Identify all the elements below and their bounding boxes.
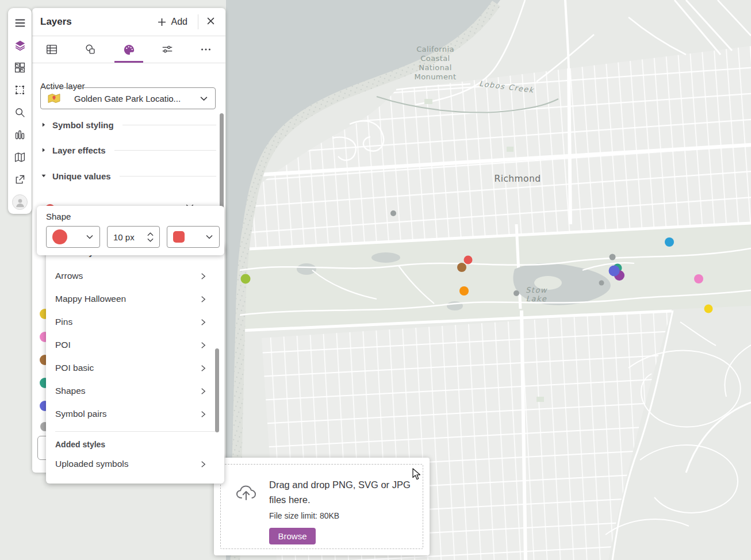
section-rule xyxy=(114,150,216,151)
active-layer-value: Golden Gate Park Locatio... xyxy=(66,94,194,103)
section-symbol-styling[interactable]: Symbol styling xyxy=(40,116,216,133)
header-divider xyxy=(198,14,198,29)
charts-icon[interactable] xyxy=(8,124,32,146)
section-label: Symbol styling xyxy=(52,120,114,130)
symbol-category-item[interactable]: Symbol pairs xyxy=(55,402,224,425)
map-point[interactable] xyxy=(459,286,469,296)
symbol-color-select[interactable] xyxy=(167,226,220,248)
shape-popup-title: Shape xyxy=(46,212,224,221)
panel-header: Layers Add xyxy=(32,8,225,36)
bookmarks-map-icon[interactable] xyxy=(8,146,32,168)
shapes-icon xyxy=(84,43,97,56)
caret-down-icon xyxy=(40,172,47,179)
map-point[interactable] xyxy=(390,210,396,216)
symbol-category-label: Mappy Halloween xyxy=(55,294,126,304)
symbol-category-item[interactable]: Arrows xyxy=(55,264,224,287)
uploaded-symbols-item[interactable]: Uploaded symbols xyxy=(55,451,224,477)
section-label: Layer effects xyxy=(52,145,106,155)
active-layer-select[interactable]: Golden Gate Park Locatio... xyxy=(40,87,216,109)
chevron-down-icon xyxy=(147,238,154,242)
shape-popup: Shape 10 px xyxy=(37,206,224,255)
chevron-right-icon xyxy=(200,319,207,326)
panel-tabs xyxy=(32,36,225,63)
close-panel-button[interactable] xyxy=(204,14,217,30)
symbol-category-item[interactable]: POI xyxy=(55,333,224,356)
panel-title: Layers xyxy=(40,16,153,28)
map-point[interactable] xyxy=(694,274,703,283)
caret-right-icon xyxy=(40,121,47,128)
avatar xyxy=(12,194,28,210)
chevron-down-icon xyxy=(200,94,208,103)
symbol-size-value: 10 px xyxy=(113,232,135,242)
uploaded-symbols-label: Uploaded symbols xyxy=(55,459,129,469)
chevron-right-icon xyxy=(200,296,207,303)
upload-line1: Drag and drop PNG, SVG or JPG xyxy=(269,480,411,490)
section-unique-values[interactable]: Unique values xyxy=(40,167,216,185)
dropdown-scrollbar[interactable] xyxy=(215,348,219,432)
map-point[interactable] xyxy=(610,254,616,260)
chevron-right-icon xyxy=(200,365,207,372)
section-rule xyxy=(120,176,216,177)
current-color-swatch xyxy=(173,231,185,243)
chevron-right-icon xyxy=(200,342,207,349)
caret-right-icon xyxy=(40,147,47,154)
menu-icon[interactable] xyxy=(8,11,32,34)
map-point[interactable] xyxy=(464,256,473,264)
plus-icon xyxy=(158,18,166,26)
search-icon[interactable] xyxy=(8,101,32,124)
chevron-right-icon xyxy=(200,461,207,468)
symbol-category-item[interactable]: Mappy Halloween xyxy=(55,287,224,310)
chevron-right-icon xyxy=(200,388,207,395)
basemap-icon[interactable] xyxy=(8,56,32,79)
add-layer-button[interactable]: Add xyxy=(153,14,192,29)
chevron-right-icon xyxy=(200,273,207,280)
chevron-down-icon xyxy=(205,233,213,241)
browse-button[interactable]: Browse xyxy=(269,528,316,544)
chevron-up-icon xyxy=(147,232,154,236)
map-point[interactable] xyxy=(599,281,604,286)
symbol-category-label: Symbol pairs xyxy=(55,409,107,419)
symbol-category-dropdown: Vector symbols Arrows Mappy Halloween Pi… xyxy=(46,244,224,484)
cloud-upload-icon xyxy=(233,482,259,503)
symbol-category-item[interactable]: POI basic xyxy=(55,356,224,379)
symbol-category-item[interactable]: Pins xyxy=(55,310,224,333)
map-point[interactable] xyxy=(514,290,519,296)
tab-styles[interactable] xyxy=(109,36,148,63)
map-point[interactable] xyxy=(241,274,251,284)
stepper-arrows[interactable] xyxy=(147,232,154,242)
tab-properties-table[interactable] xyxy=(32,36,71,63)
sliders-icon xyxy=(161,43,174,56)
symbol-size-stepper[interactable]: 10 px xyxy=(107,226,160,248)
extent-icon[interactable] xyxy=(8,79,32,101)
shape-controls: 10 px xyxy=(46,226,224,248)
symbol-category-item[interactable]: Shapes xyxy=(55,379,224,402)
map-point[interactable] xyxy=(457,263,466,272)
map-point[interactable] xyxy=(704,305,713,313)
symbol-category-label: POI xyxy=(55,340,71,350)
symbol-category-list: Arrows Mappy Halloween Pins POI POI basi… xyxy=(55,264,224,425)
symbol-category-label: Shapes xyxy=(55,386,86,396)
upload-line2: files here. xyxy=(269,494,311,505)
upload-symbol-card: Drag and drop PNG, SVG or JPG files here… xyxy=(214,458,430,555)
section-layer-effects[interactable]: Layer effects xyxy=(40,141,216,159)
symbol-category-label: Pins xyxy=(55,317,72,327)
file-size-limit: File size limit: 80KB xyxy=(269,511,411,520)
tab-more[interactable] xyxy=(187,36,225,63)
palette-icon xyxy=(122,43,136,56)
dropdown-divider xyxy=(55,431,215,432)
map-point[interactable] xyxy=(665,237,674,247)
upload-text-block: Drag and drop PNG, SVG or JPG files here… xyxy=(269,477,411,549)
tab-filter[interactable] xyxy=(148,36,187,63)
tab-shapes[interactable] xyxy=(71,36,109,63)
chevron-right-icon xyxy=(200,411,207,418)
close-icon xyxy=(206,17,215,25)
symbol-shape-select[interactable] xyxy=(46,226,100,248)
add-label: Add xyxy=(171,17,187,27)
added-styles-label: Added styles xyxy=(55,440,224,449)
app-toolbar xyxy=(8,8,32,214)
share-icon[interactable] xyxy=(8,168,32,191)
account-avatar[interactable] xyxy=(8,191,32,213)
layers-icon[interactable] xyxy=(8,34,32,56)
drop-zone[interactable]: Drag and drop PNG, SVG or JPG files here… xyxy=(220,464,423,549)
map-point[interactable] xyxy=(609,266,620,277)
